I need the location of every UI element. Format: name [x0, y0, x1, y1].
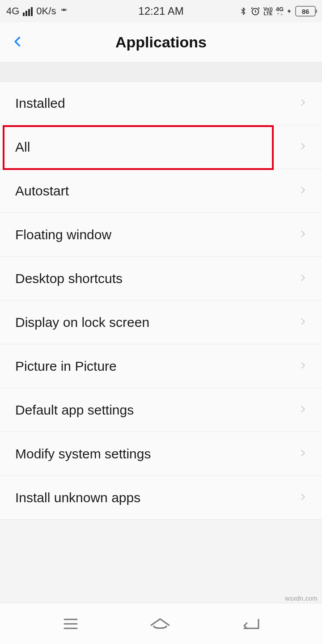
- watermark: wsxdn.com: [285, 595, 318, 602]
- bluetooth-icon: [239, 6, 247, 17]
- back-button[interactable]: [12, 32, 24, 53]
- row-display-on-lock-screen[interactable]: Display on lock screen: [0, 301, 322, 344]
- data-speed: 0K/s: [36, 5, 56, 17]
- chevron-right-icon: [299, 490, 307, 505]
- network-type: 4G: [6, 5, 19, 17]
- row-floating-window[interactable]: Floating window: [0, 213, 322, 257]
- row-label: Display on lock screen: [15, 315, 149, 330]
- navigation-bar: [0, 603, 322, 644]
- signal-bars-icon: [23, 6, 33, 16]
- chevron-right-icon: [299, 446, 307, 462]
- alarm-icon: [250, 6, 260, 16]
- chevron-right-icon: [299, 271, 307, 286]
- settings-list: Installed All Autostart Floating window …: [0, 81, 322, 520]
- row-all[interactable]: All: [0, 125, 322, 169]
- nav-recents-button[interactable]: [62, 618, 80, 630]
- row-label: Installed: [15, 96, 65, 111]
- row-modify-system-settings[interactable]: Modify system settings: [0, 432, 322, 476]
- status-time: 12:21 AM: [138, 5, 183, 17]
- hotspot-icon: [59, 5, 68, 17]
- secondary-network-indicator: 4G ▼▲: [276, 6, 284, 16]
- app-header: Applications: [0, 22, 322, 63]
- chevron-right-icon: [299, 140, 307, 155]
- status-left: 4G 0K/s: [6, 5, 68, 17]
- row-desktop-shortcuts[interactable]: Desktop shortcuts: [0, 257, 322, 301]
- row-picture-in-picture[interactable]: Picture in Picture: [0, 344, 322, 388]
- chevron-right-icon: [299, 96, 307, 111]
- battery-indicator: 86: [295, 6, 316, 17]
- nav-back-button[interactable]: [241, 617, 260, 631]
- row-label: Picture in Picture: [15, 359, 117, 374]
- chevron-right-icon: [299, 359, 307, 374]
- chevron-right-icon: [299, 315, 307, 330]
- row-label: All: [15, 140, 30, 155]
- row-installed[interactable]: Installed: [0, 81, 322, 125]
- row-autostart[interactable]: Autostart: [0, 169, 322, 213]
- row-label: Floating window: [15, 227, 111, 242]
- svg-point-0: [64, 9, 65, 10]
- chevron-right-icon: [299, 227, 307, 242]
- chevron-right-icon: [299, 183, 307, 199]
- row-install-unknown-apps[interactable]: Install unknown apps: [0, 476, 322, 520]
- row-label: Desktop shortcuts: [15, 271, 123, 286]
- nav-home-button[interactable]: [149, 617, 171, 631]
- battery-level: 86: [295, 6, 316, 17]
- charging-icon: [287, 6, 292, 16]
- page-title: Applications: [115, 34, 207, 51]
- row-label: Install unknown apps: [15, 490, 140, 505]
- status-right: Vo)) LTE 4G ▼▲ 86: [239, 6, 316, 17]
- status-bar: 4G 0K/s 12:21 AM Vo)): [0, 0, 322, 22]
- row-label: Default app settings: [15, 402, 134, 418]
- volte-indicator: Vo)) LTE: [263, 7, 273, 16]
- row-label: Modify system settings: [15, 446, 151, 462]
- row-default-app-settings[interactable]: Default app settings: [0, 388, 322, 432]
- row-label: Autostart: [15, 183, 69, 199]
- chevron-right-icon: [299, 402, 307, 418]
- section-gap: [0, 63, 322, 81]
